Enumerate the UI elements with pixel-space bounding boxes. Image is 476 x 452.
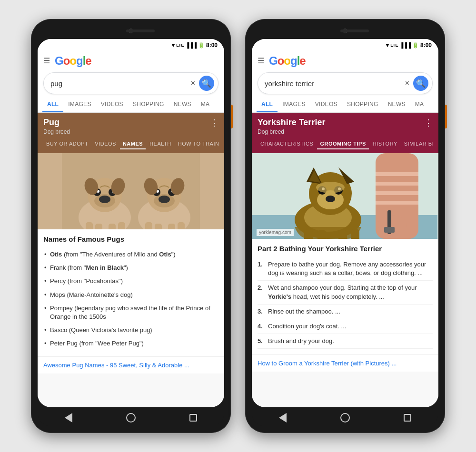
- tab-shopping-2[interactable]: SHOPPING: [342, 97, 383, 112]
- kp-header-2: Yorkshire Terrier Dog breed ⋮: [258, 118, 433, 135]
- kp-tab-char-2[interactable]: CHARACTERISTICS: [258, 139, 316, 149]
- phone-1-screen: ▾ LTE ▐▐▐ 🔋 8:00 ☰ Google pug ×: [38, 39, 224, 407]
- knowledge-panel-2: Yorkshire Terrier Dog breed ⋮ CHARACTERI…: [252, 113, 438, 153]
- steps-list-2: Prepare to bathe your dog. Remove any ac…: [258, 257, 433, 349]
- svg-rect-2: [200, 153, 224, 229]
- svg-rect-1: [38, 153, 62, 229]
- step-item-2: Wet and shampoo your dog. Starting at th…: [258, 281, 433, 304]
- kp-menu-1[interactable]: ⋮: [210, 118, 218, 128]
- kp-tab-names-1[interactable]: NAMES: [120, 139, 146, 149]
- names-list-1: Otis (from "The Adventures of Milo and O…: [43, 248, 218, 351]
- svg-point-45: [326, 196, 335, 202]
- home-button-2[interactable]: [340, 413, 350, 423]
- name-item-3: Percy (from "Pocahontas"): [43, 275, 218, 288]
- kp-tabs-1: BUY OR ADOPT VIDEOS NAMES HEALTH HOW TO …: [43, 139, 218, 149]
- svg-rect-56: [338, 230, 347, 239]
- knowledge-panel-1: Pug Dog breed ⋮ BUY OR ADOPT VIDEOS NAME…: [38, 113, 224, 153]
- search-clear-btn-1[interactable]: ×: [189, 79, 197, 88]
- kp-tab-videos-1[interactable]: VIDEOS: [92, 139, 119, 149]
- kp-tab-grooming-2[interactable]: GROOMING TIPS: [317, 139, 368, 149]
- search-bar-2[interactable]: yorkshire terrier × 🔍: [258, 72, 433, 94]
- search-submit-btn-2[interactable]: 🔍: [413, 76, 428, 91]
- svg-rect-36: [376, 191, 418, 195]
- svg-rect-5: [95, 224, 102, 229]
- phone-1: ▾ LTE ▐▐▐ 🔋 8:00 ☰ Google pug ×: [31, 19, 231, 433]
- google-logo-1: Google: [55, 54, 91, 68]
- tab-shopping-1[interactable]: SHOPPING: [128, 97, 169, 112]
- phone-1-speaker: [126, 29, 155, 32]
- search-icon-1: 🔍: [202, 79, 211, 88]
- search-bar-1[interactable]: pug × 🔍: [43, 72, 218, 94]
- pug-svg: [38, 153, 224, 229]
- wifi-icon-2: ▾: [386, 42, 389, 49]
- more-link-2[interactable]: How to Groom a Yorkshire Terrier (with P…: [252, 354, 438, 372]
- kp-tab-train-1[interactable]: HOW TO TRAIN: [175, 139, 218, 149]
- svg-point-24: [159, 196, 170, 203]
- svg-rect-34: [376, 172, 418, 176]
- kp-title-2: Yorkshire Terrier: [258, 118, 325, 128]
- time-display-1: 8:00: [206, 42, 218, 49]
- phone-1-notch: [38, 26, 224, 39]
- logo-o2: o: [69, 54, 76, 67]
- phone-1-status-bar: ▾ LTE ▐▐▐ 🔋 8:00: [38, 39, 224, 50]
- svg-rect-40: [384, 227, 395, 233]
- svg-point-10: [99, 196, 110, 203]
- phone-2-speaker: [340, 29, 369, 32]
- name-item-7: Peter Pug (from "Wee Peter Pug"): [43, 337, 218, 350]
- search-clear-btn-2[interactable]: ×: [403, 79, 411, 88]
- name-item-1: Otis (from "The Adventures of Milo and O…: [43, 248, 218, 261]
- tab-images-2[interactable]: IMAGES: [278, 97, 310, 112]
- kp-tab-health-1[interactable]: HEALTH: [147, 139, 174, 149]
- svg-rect-4: [86, 222, 93, 229]
- search-query-2[interactable]: yorkshire terrier: [265, 79, 403, 88]
- lte-icon-1: LTE: [176, 43, 184, 48]
- search-submit-btn-1[interactable]: 🔍: [199, 76, 214, 91]
- kp-tab-similar-2[interactable]: SIMILAR BRE...: [401, 139, 433, 149]
- tab-videos-1[interactable]: VIDEOS: [96, 97, 128, 112]
- name-item-4: Mops (Marie-Antoinette's dog): [43, 288, 218, 302]
- hamburger-menu-1[interactable]: ☰: [43, 57, 50, 65]
- kp-title-1: Pug: [43, 118, 70, 128]
- tab-all-1[interactable]: ALL: [42, 97, 63, 112]
- recent-button-2[interactable]: [404, 414, 411, 422]
- search-query-1[interactable]: pug: [50, 79, 189, 88]
- search-tabs-2: ALL IMAGES VIDEOS SHOPPING NEWS MA: [252, 97, 438, 113]
- name-item-2: Frank (from "Men in Black"): [43, 261, 218, 275]
- back-button-2[interactable]: [279, 413, 287, 423]
- logo-g2: g: [76, 54, 83, 67]
- steps-title-2: Part 2 Bathing Your Yorkshire Terrier: [258, 245, 433, 253]
- svg-rect-18: [145, 222, 152, 229]
- battery-icon-1: 🔋: [198, 42, 205, 49]
- tab-videos-2[interactable]: VIDEOS: [310, 97, 342, 112]
- search-bar-container-1: pug × 🔍: [38, 69, 224, 97]
- tab-all-2[interactable]: ALL: [257, 97, 278, 112]
- recent-button-1[interactable]: [189, 414, 197, 422]
- back-button-1[interactable]: [65, 413, 72, 423]
- svg-rect-55: [317, 230, 326, 239]
- logo-e: e: [85, 54, 91, 67]
- hamburger-menu-2[interactable]: ☰: [258, 57, 264, 65]
- step-item-5: Brush and dry your dog.: [258, 334, 433, 349]
- search-bar-container-2: yorkshire terrier × 🔍: [252, 69, 438, 97]
- status-icons-1: ▾ LTE ▐▐▐ 🔋 8:00: [172, 42, 218, 49]
- kp-tab-buy-1[interactable]: BUY OR ADOPT: [43, 139, 91, 149]
- home-button-1[interactable]: [126, 413, 136, 423]
- svg-rect-19: [155, 224, 162, 229]
- tab-more-2[interactable]: MA: [410, 97, 429, 112]
- svg-rect-54: [304, 229, 313, 239]
- screen-content-2[interactable]: Yorkshire Terrier Dog breed ⋮ CHARACTERI…: [252, 113, 438, 407]
- screen-content-1[interactable]: Pug Dog breed ⋮ BUY OR ADOPT VIDEOS NAME…: [38, 113, 224, 407]
- svg-rect-7: [118, 222, 125, 229]
- tab-more-1[interactable]: MA: [196, 97, 215, 112]
- svg-rect-20: [168, 224, 175, 229]
- name-item-5: Pompey (legendary pug who saved the life…: [43, 302, 218, 324]
- phone-2-status-bar: ▾ LTE ▐▐▐ 🔋 8:00: [252, 39, 438, 50]
- kp-tab-history-2[interactable]: HISTORY: [370, 139, 400, 149]
- kp-menu-2[interactable]: ⋮: [424, 118, 433, 128]
- tab-news-1[interactable]: NEWS: [169, 97, 196, 112]
- tab-images-1[interactable]: IMAGES: [63, 97, 96, 112]
- more-link-1[interactable]: Awesome Pug Names - 95 Sweet, Silly & Ad…: [38, 356, 224, 373]
- time-display-2: 8:00: [420, 42, 432, 49]
- phone-2-notch: [252, 26, 438, 39]
- tab-news-2[interactable]: NEWS: [383, 97, 410, 112]
